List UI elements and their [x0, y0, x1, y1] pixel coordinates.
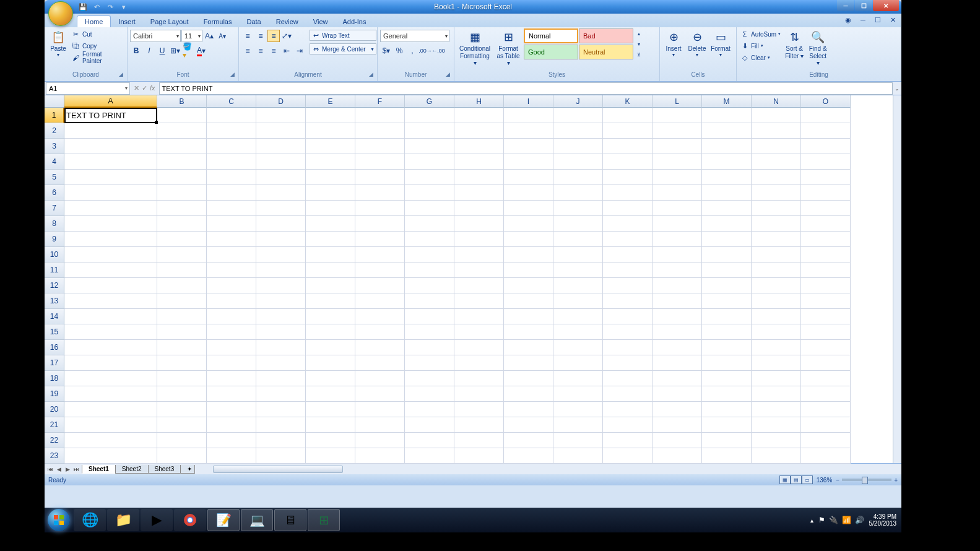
- cell-K20[interactable]: [603, 402, 653, 417]
- row-header-14[interactable]: 14: [45, 309, 64, 324]
- cell-O14[interactable]: [801, 309, 851, 324]
- col-header-C[interactable]: C: [207, 95, 256, 108]
- cell-F12[interactable]: [355, 278, 405, 293]
- cell-M14[interactable]: [702, 309, 752, 324]
- cell-I1[interactable]: [504, 108, 553, 123]
- cell-K3[interactable]: [603, 139, 653, 154]
- percent-icon[interactable]: %: [393, 45, 405, 57]
- cell-H21[interactable]: [454, 417, 504, 433]
- cell-J9[interactable]: [553, 232, 603, 247]
- cell-I14[interactable]: [504, 309, 553, 324]
- cell-E12[interactable]: [306, 278, 355, 293]
- cell-I21[interactable]: [504, 417, 553, 433]
- bold-button[interactable]: B: [130, 45, 142, 57]
- row-header-20[interactable]: 20: [45, 402, 64, 417]
- cell-B9[interactable]: [157, 232, 207, 247]
- cell-B6[interactable]: [157, 185, 207, 201]
- cell-D19[interactable]: [256, 386, 306, 402]
- cell-J1[interactable]: [553, 108, 603, 123]
- cell-A19[interactable]: [64, 386, 157, 402]
- cell-D8[interactable]: [256, 216, 306, 232]
- cell-H6[interactable]: [454, 185, 504, 201]
- cut-button[interactable]: ✂Cut: [71, 28, 124, 40]
- cell-D4[interactable]: [256, 154, 306, 170]
- cell-A16[interactable]: [64, 340, 157, 355]
- underline-button[interactable]: U: [156, 45, 168, 57]
- cell-D17[interactable]: [256, 355, 306, 371]
- cell-B5[interactable]: [157, 170, 207, 185]
- cell-E5[interactable]: [306, 170, 355, 185]
- cell-A12[interactable]: [64, 278, 157, 293]
- cell-A14[interactable]: [64, 309, 157, 324]
- cell-I16[interactable]: [504, 340, 553, 355]
- col-header-B[interactable]: B: [157, 95, 207, 108]
- cell-F13[interactable]: [355, 293, 405, 309]
- cell-N8[interactable]: [752, 216, 801, 232]
- cell-G4[interactable]: [405, 154, 454, 170]
- style-normal[interactable]: Normal: [524, 28, 578, 43]
- cell-J2[interactable]: [553, 123, 603, 139]
- tab-review[interactable]: Review: [269, 16, 306, 27]
- cell-G17[interactable]: [405, 355, 454, 371]
- cell-I8[interactable]: [504, 216, 553, 232]
- cell-O4[interactable]: [801, 154, 851, 170]
- tab-data[interactable]: Data: [239, 16, 268, 27]
- cell-I2[interactable]: [504, 123, 553, 139]
- cell-I12[interactable]: [504, 278, 553, 293]
- cell-M3[interactable]: [702, 139, 752, 154]
- cell-D13[interactable]: [256, 293, 306, 309]
- cell-N10[interactable]: [752, 247, 801, 262]
- cell-N7[interactable]: [752, 201, 801, 216]
- row-header-5[interactable]: 5: [45, 170, 64, 185]
- cell-M10[interactable]: [702, 247, 752, 262]
- cell-F11[interactable]: [355, 262, 405, 278]
- cell-H7[interactable]: [454, 201, 504, 216]
- cell-L12[interactable]: [653, 278, 702, 293]
- cell-K4[interactable]: [603, 154, 653, 170]
- cell-D18[interactable]: [256, 371, 306, 386]
- cell-N14[interactable]: [752, 309, 801, 324]
- cell-F5[interactable]: [355, 170, 405, 185]
- cell-O19[interactable]: [801, 386, 851, 402]
- cell-L8[interactable]: [653, 216, 702, 232]
- cell-H3[interactable]: [454, 139, 504, 154]
- col-header-M[interactable]: M: [702, 95, 752, 108]
- cell-B17[interactable]: [157, 355, 207, 371]
- cell-A6[interactable]: [64, 185, 157, 201]
- cell-M19[interactable]: [702, 386, 752, 402]
- cell-G6[interactable]: [405, 185, 454, 201]
- cell-I7[interactable]: [504, 201, 553, 216]
- cell-A18[interactable]: [64, 371, 157, 386]
- cell-K21[interactable]: [603, 417, 653, 433]
- cell-O2[interactable]: [801, 123, 851, 139]
- cell-G12[interactable]: [405, 278, 454, 293]
- cell-C8[interactable]: [207, 216, 256, 232]
- row-header-10[interactable]: 10: [45, 247, 64, 262]
- cell-A22[interactable]: [64, 433, 157, 448]
- col-header-L[interactable]: L: [653, 95, 702, 108]
- align-left-icon[interactable]: ≡: [241, 45, 254, 57]
- clock[interactable]: 4:39 PM 5/20/2013: [869, 513, 897, 527]
- clear-button[interactable]: ◇Clear▾: [739, 52, 782, 63]
- cell-D12[interactable]: [256, 278, 306, 293]
- cell-D7[interactable]: [256, 201, 306, 216]
- help-icon[interactable]: ◉: [843, 15, 853, 25]
- align-top-icon[interactable]: ≡: [241, 30, 254, 42]
- horizontal-scrollbar[interactable]: [207, 465, 901, 474]
- cell-K10[interactable]: [603, 247, 653, 262]
- cell-J18[interactable]: [553, 371, 603, 386]
- cell-K14[interactable]: [603, 309, 653, 324]
- cell-I6[interactable]: [504, 185, 553, 201]
- cell-C21[interactable]: [207, 417, 256, 433]
- last-sheet-icon[interactable]: ⏭: [72, 464, 80, 474]
- dialog-launcher-icon[interactable]: ◢: [369, 71, 373, 77]
- paste-button[interactable]: 📋 Paste ▼: [47, 28, 69, 58]
- cell-F6[interactable]: [355, 185, 405, 201]
- increase-decimal-icon[interactable]: .00→: [419, 45, 431, 57]
- cell-C7[interactable]: [207, 201, 256, 216]
- orientation-icon[interactable]: ⤢▾: [280, 30, 293, 42]
- cell-I17[interactable]: [504, 355, 553, 371]
- cell-F17[interactable]: [355, 355, 405, 371]
- cell-J6[interactable]: [553, 185, 603, 201]
- cell-J8[interactable]: [553, 216, 603, 232]
